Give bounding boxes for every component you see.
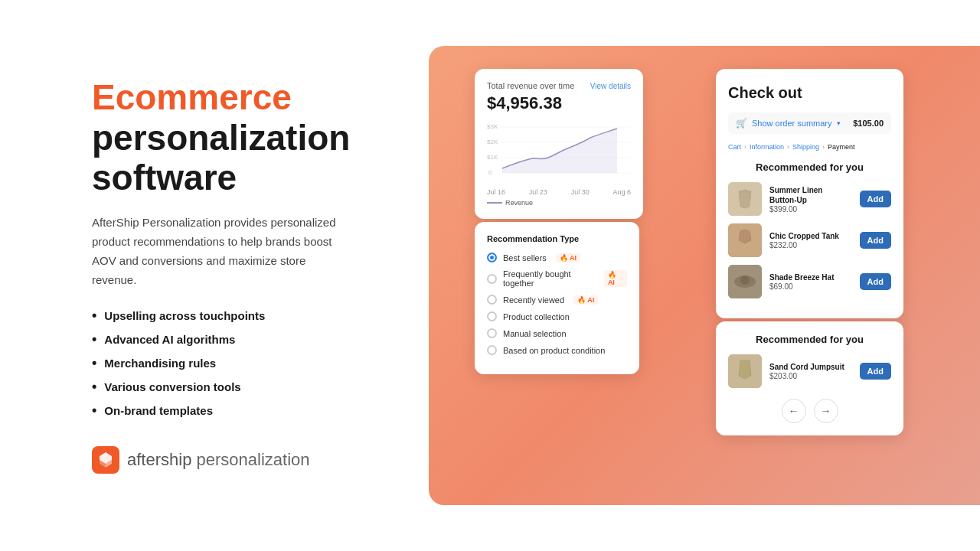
chart-value: $4,956.38 xyxy=(487,93,631,113)
product-info-shade-breeze: Shade Breeze Hat $69.00 xyxy=(769,272,852,291)
breadcrumb-payment[interactable]: Payment xyxy=(828,143,855,151)
radio-product-collection[interactable] xyxy=(487,311,497,321)
chevron-down-icon: ▾ xyxy=(837,119,841,127)
breadcrumb-sep-3: › xyxy=(822,143,825,151)
svg-text:$2K: $2K xyxy=(487,139,498,145)
cards-container: Total revenue over time View details $4,… xyxy=(475,69,903,497)
chart-area: $3K $2K $1K 0 xyxy=(487,121,631,182)
description: AfterShip Personalization provides perso… xyxy=(92,214,337,289)
ai-badge-recently-viewed: 🔥 AI xyxy=(573,295,598,305)
rec-option-recently-viewed[interactable]: Recently viewed 🔥 AI xyxy=(487,295,627,305)
radio-best-sellers[interactable] xyxy=(487,253,497,262)
rec-option-product-collection[interactable]: Product collection xyxy=(487,311,627,321)
x-label-1: Jul 16 xyxy=(487,188,505,196)
svg-point-13 xyxy=(740,276,750,285)
rec-option-label-best-sellers: Best sellers xyxy=(503,253,547,262)
headline-orange: Ecommerce xyxy=(92,77,292,117)
breadcrumb-cart[interactable]: Cart xyxy=(728,143,741,151)
brand-name: aftership personalization xyxy=(127,450,310,470)
rec-option-label-based-on-product: Based on product condition xyxy=(503,346,605,355)
chart-x-labels: Jul 16 Jul 23 Jul 30 Aug 6 xyxy=(487,188,631,196)
rec-option-label-manual-selection: Manual selection xyxy=(503,329,567,338)
aftership-icon xyxy=(92,446,119,474)
revenue-chart-svg: $3K $2K $1K 0 xyxy=(487,121,631,182)
product-img-shade-breeze xyxy=(728,265,762,298)
add-button-sand-cord[interactable]: Add xyxy=(860,363,891,380)
features-list: Upselling across touchpoints Advanced AI… xyxy=(92,308,352,419)
product-item-shade-breeze: Shade Breeze Hat $69.00 Add xyxy=(728,265,891,298)
feature-item: Upselling across touchpoints xyxy=(92,308,352,324)
product-img-chic-cropped xyxy=(728,223,762,257)
checkout-title: Check out xyxy=(728,84,891,102)
rec-option-label-product-collection: Product collection xyxy=(503,312,570,321)
prev-arrow-button[interactable]: ← xyxy=(782,399,806,423)
svg-text:$1K: $1K xyxy=(487,154,498,161)
product-item-chic-cropped: Chic Cropped Tank $232.00 Add xyxy=(728,223,891,257)
ai-badge-best-sellers: 🔥 AI xyxy=(556,253,580,262)
rec-option-manual-selection[interactable]: Manual selection xyxy=(487,328,627,338)
chart-title: Total revenue over time xyxy=(487,81,574,90)
breadcrumb-information[interactable]: Information xyxy=(750,143,784,151)
headline-dark: personalizationsoftware xyxy=(92,118,350,198)
product-price-shade-breeze: $69.00 xyxy=(769,282,852,291)
x-label-2: Jul 23 xyxy=(529,188,547,196)
cart-icon: 🛒 xyxy=(736,118,747,129)
brand-bold: aftership xyxy=(127,450,191,469)
left-section: Ecommerce personalizationsoftware AfterS… xyxy=(0,31,398,520)
chart-card: Total revenue over time View details $4,… xyxy=(475,69,643,219)
rec-option-best-sellers[interactable]: Best sellers 🔥 AI xyxy=(487,253,627,262)
legend-line xyxy=(487,202,502,204)
recommendation-type-card: Recommendation Type Best sellers 🔥 AI Fr… xyxy=(475,222,639,374)
page-container: Ecommerce personalizationsoftware AfterS… xyxy=(0,0,980,551)
order-summary-left: 🛒 Show order summary ▾ xyxy=(736,118,841,129)
svg-text:$3K: $3K xyxy=(487,123,498,130)
checkout-card: Check out 🛒 Show order summary ▾ $105.00… xyxy=(716,69,903,318)
order-summary-text: Show order summary xyxy=(752,119,832,128)
add-button-summer-linen[interactable]: Add xyxy=(860,191,891,207)
checkout-rec-title: Recommended for you xyxy=(728,161,891,173)
breadcrumb-sep-1: › xyxy=(744,143,746,151)
radio-based-on-product[interactable] xyxy=(487,345,497,355)
feature-item: Merchandising rules xyxy=(92,355,352,371)
radio-frequently-bought[interactable] xyxy=(487,274,497,284)
breadcrumb-shipping[interactable]: Shipping xyxy=(792,143,819,151)
rec-option-label-recently-viewed: Recently viewed xyxy=(503,295,564,305)
rec-option-frequently-bought[interactable]: Frequently bought together 🔥 AI xyxy=(487,269,627,288)
legend-label: Revenue xyxy=(505,199,533,207)
radio-manual-selection[interactable] xyxy=(487,328,497,338)
chart-view-details-link[interactable]: View details xyxy=(590,82,631,90)
rec-type-title: Recommendation Type xyxy=(487,234,627,243)
breadcrumb-nav: Cart › Information › Shipping › Payment xyxy=(728,143,891,151)
add-button-shade-breeze[interactable]: Add xyxy=(860,273,891,290)
product-info-chic-cropped: Chic Cropped Tank $232.00 xyxy=(769,231,852,249)
chart-legend: Revenue xyxy=(487,199,631,207)
product-info-sand-cord: Sand Cord Jumpsuit $203.00 xyxy=(769,362,852,380)
product-item-sand-cord: Sand Cord Jumpsuit $203.00 Add xyxy=(728,354,891,388)
product-price-summer-linen: $399.00 xyxy=(769,205,852,214)
add-button-chic-cropped[interactable]: Add xyxy=(860,232,891,249)
next-arrow-button[interactable]: → xyxy=(814,399,838,423)
product-name-shade-breeze: Shade Breeze Hat xyxy=(769,272,852,282)
order-summary-bar[interactable]: 🛒 Show order summary ▾ $105.00 xyxy=(728,112,891,134)
svg-text:0: 0 xyxy=(488,169,492,176)
product-price-chic-cropped: $232.00 xyxy=(769,241,852,249)
feature-item: Various conversion tools xyxy=(92,379,352,395)
radio-recently-viewed[interactable] xyxy=(487,295,497,305)
order-summary-price: $105.00 xyxy=(853,119,884,128)
rec-option-label-frequently-bought: Frequently bought together xyxy=(503,269,595,288)
ai-badge-frequently-bought: 🔥 AI xyxy=(604,270,627,287)
product-info-summer-linen: Summer Linen Button-Up $399.00 xyxy=(769,185,852,214)
brand-logo: aftership personalization xyxy=(92,446,352,474)
x-label-3: Jul 30 xyxy=(571,188,590,196)
product-price-sand-cord: $203.00 xyxy=(769,372,852,380)
product-img-sand-cord xyxy=(728,354,762,388)
product-img-summer-linen xyxy=(728,182,762,216)
nav-arrows: ← → xyxy=(728,399,891,423)
rec-option-based-on-product[interactable]: Based on product condition xyxy=(487,345,627,355)
product-name-sand-cord: Sand Cord Jumpsuit xyxy=(769,362,852,372)
checkout2-rec-title: Recommended for you xyxy=(728,334,891,345)
x-label-4: Aug 6 xyxy=(612,188,631,196)
brand-light: personalization xyxy=(191,450,309,469)
headline: Ecommerce personalizationsoftware xyxy=(92,77,352,199)
chart-header: Total revenue over time View details xyxy=(487,81,631,90)
